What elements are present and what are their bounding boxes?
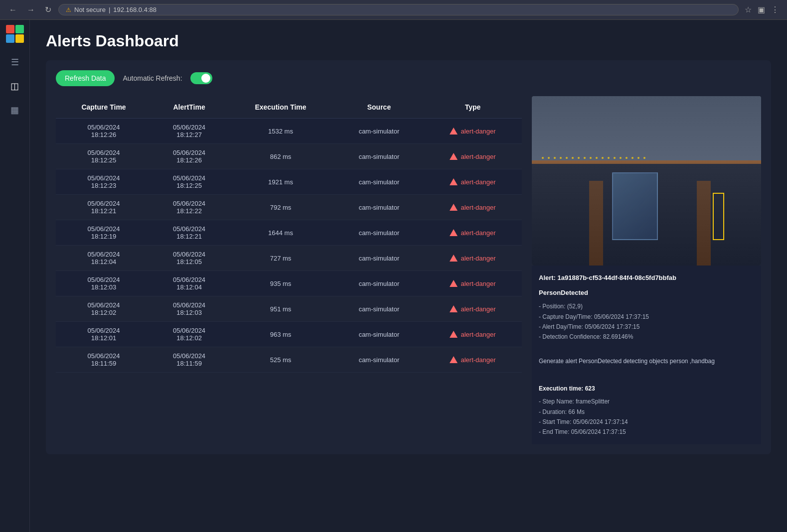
- alert-duration: - Duration: 66 Ms: [539, 407, 754, 417]
- person-bounding-box: [713, 193, 724, 240]
- pillar-right: [697, 181, 711, 266]
- reload-button[interactable]: ↻: [42, 4, 54, 15]
- cell-alert-time: 05/06/202418:12:21: [152, 220, 227, 246]
- table-body: 05/06/202418:12:26 05/06/202418:12:27 15…: [56, 119, 522, 373]
- address-bar[interactable]: ⚠ Not secure | 192.168.0.4:88: [58, 4, 739, 15]
- alert-details: Alert: 1a91887b-cf53-44df-84f4-08c5fd7bb…: [532, 266, 761, 444]
- table-row[interactable]: 05/06/202418:12:26 05/06/202418:12:27 15…: [56, 119, 522, 144]
- cell-source: cam-simulator: [334, 322, 424, 347]
- cell-exec-time: 1532 ms: [227, 119, 334, 144]
- cell-type: alert-danger: [424, 119, 522, 144]
- table-row[interactable]: 05/06/202418:12:03 05/06/202418:12:04 93…: [56, 271, 522, 296]
- alert-end-time: - End Time: 05/06/2024 17:37:15: [539, 427, 754, 437]
- security-label: Not secure: [74, 6, 106, 13]
- sidebar-dashboard-icon[interactable]: ◫: [6, 77, 23, 96]
- cell-alert-time: 05/06/202418:12:05: [152, 246, 227, 271]
- cell-capture-time: 05/06/202418:12:26: [56, 119, 152, 144]
- cell-alert-time: 05/06/202418:12:26: [152, 144, 227, 169]
- main-content: Alerts Dashboard Refresh Data Automatic …: [30, 20, 787, 532]
- toggle-slider: [190, 72, 212, 84]
- star-button[interactable]: ☆: [743, 3, 754, 16]
- cell-type: alert-danger: [424, 220, 522, 246]
- alert-time-detail: - Alert Day/Time: 05/06/2024 17:37:15: [539, 322, 754, 332]
- table-row[interactable]: 05/06/202418:12:19 05/06/202418:12:21 16…: [56, 220, 522, 246]
- cell-type: alert-danger: [424, 144, 522, 169]
- browser-actions[interactable]: ☆ ▣ ⋮: [743, 3, 781, 16]
- cell-type: alert-danger: [424, 169, 522, 195]
- page-title: Alerts Dashboard: [46, 32, 771, 50]
- cell-alert-time: 05/06/202418:11:59: [152, 347, 227, 373]
- table-row[interactable]: 05/06/202418:12:23 05/06/202418:12:25 19…: [56, 169, 522, 195]
- pillar-left: [589, 181, 603, 266]
- logo-green: [15, 25, 24, 33]
- extensions-button[interactable]: ▣: [756, 3, 767, 16]
- alert-position: - Position: (52,9): [539, 301, 754, 311]
- danger-icon: [450, 128, 458, 134]
- danger-icon: [450, 178, 458, 185]
- alert-start-time: - Start Time: 05/06/2024 17:37:14: [539, 417, 754, 427]
- sidebar: ☰ ◫ ▦: [0, 20, 30, 532]
- cell-type: alert-danger: [424, 296, 522, 322]
- auto-refresh-toggle[interactable]: [190, 72, 212, 84]
- cell-exec-time: 963 ms: [227, 322, 334, 347]
- sidebar-menu-icon[interactable]: ☰: [7, 53, 23, 72]
- danger-icon: [450, 255, 458, 262]
- security-icon: ⚠: [66, 6, 71, 13]
- col-capture-time: Capture Time: [56, 96, 152, 119]
- cell-capture-time: 05/06/202418:12:19: [56, 220, 152, 246]
- cell-exec-time: 727 ms: [227, 246, 334, 271]
- sidebar-chart-icon[interactable]: ▦: [6, 101, 23, 120]
- cell-alert-time: 05/06/202418:12:02: [152, 322, 227, 347]
- app-logo: [6, 25, 24, 43]
- danger-icon: [450, 331, 458, 338]
- cell-source: cam-simulator: [334, 246, 424, 271]
- cell-type: alert-danger: [424, 195, 522, 220]
- alert-type-label: alert-danger: [461, 229, 495, 237]
- cell-capture-time: 05/06/202418:12:03: [56, 271, 152, 296]
- table-row[interactable]: 05/06/202418:12:21 05/06/202418:12:22 79…: [56, 195, 522, 220]
- header-row: Capture Time AlertTime Execution Time So…: [56, 96, 522, 119]
- alert-type-label: alert-danger: [461, 153, 495, 160]
- auto-refresh-label: Automatic Refresh:: [123, 74, 182, 82]
- glass-door: [612, 172, 658, 240]
- alert-step-name: - Step Name: frameSplitter: [539, 397, 754, 406]
- alert-capture-time: - Capture Day/Time: 05/06/2024 17:37:15: [539, 312, 754, 322]
- main-layout: ☰ ◫ ▦ Alerts Dashboard Refresh Data Auto…: [0, 20, 787, 532]
- alert-type-label: alert-danger: [461, 255, 495, 262]
- table-row[interactable]: 05/06/202418:12:01 05/06/202418:12:02 96…: [56, 322, 522, 347]
- cell-exec-time: 862 ms: [227, 144, 334, 169]
- table-row[interactable]: 05/06/202418:12:04 05/06/202418:12:05 72…: [56, 246, 522, 271]
- alert-type-label: alert-danger: [461, 204, 495, 211]
- alert-type-label: alert-danger: [461, 178, 495, 186]
- refresh-button[interactable]: Refresh Data: [56, 70, 115, 86]
- cell-capture-time: 05/06/202418:12:04: [56, 246, 152, 271]
- cell-exec-time: 951 ms: [227, 296, 334, 322]
- cell-alert-time: 05/06/202418:12:03: [152, 296, 227, 322]
- cell-exec-time: 1921 ms: [227, 169, 334, 195]
- cell-alert-time: 05/06/202418:12:04: [152, 271, 227, 296]
- table-row[interactable]: 05/06/202418:12:25 05/06/202418:12:26 86…: [56, 144, 522, 169]
- cell-source: cam-simulator: [334, 220, 424, 246]
- cell-capture-time: 05/06/202418:12:23: [56, 169, 152, 195]
- cell-alert-time: 05/06/202418:12:25: [152, 169, 227, 195]
- alert-event: PersonDetected: [539, 287, 754, 298]
- cell-capture-time: 05/06/202418:12:01: [56, 322, 152, 347]
- logo-blue: [6, 34, 14, 43]
- danger-icon: [450, 229, 458, 236]
- url-separator: |: [109, 6, 110, 13]
- menu-button[interactable]: ⋮: [769, 3, 781, 16]
- cell-exec-time: 935 ms: [227, 271, 334, 296]
- col-type: Type: [424, 96, 522, 119]
- table-row[interactable]: 05/06/202418:11:59 05/06/202418:11:59 52…: [56, 347, 522, 373]
- alert-confidence: - Detection Confidence: 82.69146%: [539, 332, 754, 342]
- browser-chrome: ← → ↻ ⚠ Not secure | 192.168.0.4:88 ☆ ▣ …: [0, 0, 787, 20]
- cell-capture-time: 05/06/202418:11:59: [56, 347, 152, 373]
- table-section: Capture Time AlertTime Execution Time So…: [56, 96, 522, 373]
- cell-type: alert-danger: [424, 322, 522, 347]
- danger-icon: [450, 153, 458, 160]
- table-row[interactable]: 05/06/202418:12:02 05/06/202418:12:03 95…: [56, 296, 522, 322]
- forward-button[interactable]: →: [24, 4, 38, 15]
- browser-nav[interactable]: ← → ↻: [6, 4, 54, 15]
- cell-exec-time: 792 ms: [227, 195, 334, 220]
- back-button[interactable]: ←: [6, 4, 20, 15]
